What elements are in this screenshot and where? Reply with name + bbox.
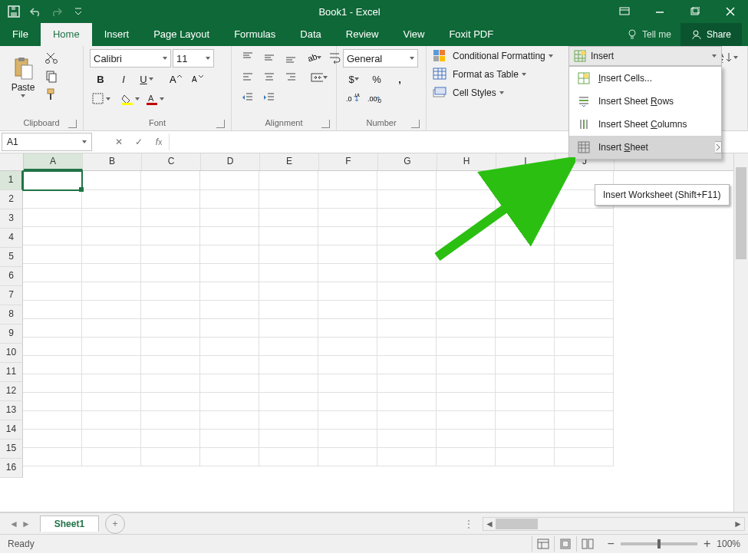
cell[interactable] xyxy=(200,171,259,190)
cell[interactable] xyxy=(377,355,437,374)
cell[interactable] xyxy=(141,410,200,430)
cell[interactable] xyxy=(82,374,141,393)
cell[interactable] xyxy=(23,429,82,448)
cell[interactable] xyxy=(555,226,614,245)
cell[interactable] xyxy=(377,282,437,301)
cell[interactable] xyxy=(23,263,82,282)
font-launcher-icon[interactable] xyxy=(216,120,225,128)
cell[interactable] xyxy=(496,263,555,282)
cell[interactable] xyxy=(259,282,318,301)
cell[interactable] xyxy=(259,245,318,264)
cell[interactable] xyxy=(23,447,82,466)
cell[interactable] xyxy=(259,208,318,227)
column-header[interactable]: E xyxy=(260,153,319,170)
cell[interactable] xyxy=(23,318,82,338)
menu-insert-sheet[interactable]: Insert Sheet xyxy=(569,136,721,159)
cell[interactable] xyxy=(377,392,437,411)
cut-button[interactable] xyxy=(41,49,61,66)
menu-expand-icon[interactable] xyxy=(715,141,722,153)
cell[interactable] xyxy=(318,189,377,209)
cell[interactable] xyxy=(496,189,555,209)
cell[interactable] xyxy=(82,429,141,448)
cell[interactable] xyxy=(496,392,555,411)
cell[interactable] xyxy=(141,263,200,282)
align-top-button[interactable] xyxy=(238,49,258,66)
zoom-in-button[interactable]: + xyxy=(704,537,710,551)
cell[interactable] xyxy=(141,429,200,448)
cell[interactable] xyxy=(437,171,496,190)
cell[interactable] xyxy=(200,189,259,209)
save-icon[interactable] xyxy=(6,4,21,19)
number-launcher-icon[interactable] xyxy=(411,120,420,128)
cell[interactable] xyxy=(377,447,437,466)
cell[interactable] xyxy=(437,263,496,282)
cell[interactable] xyxy=(377,245,437,264)
cancel-formula-icon[interactable]: ✕ xyxy=(109,132,129,152)
cell[interactable] xyxy=(555,429,614,448)
cell[interactable] xyxy=(23,245,82,264)
cell[interactable] xyxy=(555,355,614,374)
cell[interactable] xyxy=(259,189,318,209)
menu-insert-rows[interactable]: Insert Sheet Rows xyxy=(569,90,721,113)
cell[interactable] xyxy=(200,318,259,338)
cell[interactable] xyxy=(259,226,318,245)
row-header[interactable]: 14 xyxy=(0,420,23,440)
font-name-combo[interactable]: Calibri xyxy=(90,49,171,68)
cell[interactable] xyxy=(200,429,259,448)
cell[interactable] xyxy=(200,226,259,245)
cell[interactable] xyxy=(377,300,437,319)
tab-split-handle[interactable]: ⋮ xyxy=(464,519,475,529)
cell[interactable] xyxy=(318,429,377,448)
row-header[interactable]: 15 xyxy=(0,440,23,459)
cell[interactable] xyxy=(23,171,82,190)
cell[interactable] xyxy=(23,208,82,227)
cell[interactable] xyxy=(141,300,200,319)
cell[interactable] xyxy=(23,337,82,356)
cell[interactable] xyxy=(318,374,377,393)
decrease-indent-button[interactable] xyxy=(238,89,258,106)
insert-function-icon[interactable]: fx xyxy=(149,132,169,152)
cell[interactable] xyxy=(555,263,614,282)
cell[interactable] xyxy=(200,263,259,282)
row-header[interactable]: 4 xyxy=(0,229,23,248)
cell[interactable] xyxy=(259,429,318,448)
cell[interactable] xyxy=(82,300,141,319)
row-header[interactable]: 16 xyxy=(0,459,23,478)
borders-button[interactable] xyxy=(90,91,113,107)
menu-insert-cells[interactable]: Insert Cells... xyxy=(569,67,721,90)
tab-data[interactable]: Data xyxy=(288,23,333,46)
cell[interactable] xyxy=(23,410,82,430)
cell[interactable] xyxy=(259,318,318,338)
cell[interactable] xyxy=(377,263,437,282)
cell[interactable] xyxy=(318,318,377,338)
copy-button[interactable] xyxy=(41,68,61,84)
tab-review[interactable]: Review xyxy=(334,23,391,46)
tab-insert[interactable]: Insert xyxy=(92,23,142,46)
cell[interactable] xyxy=(200,337,259,356)
column-header[interactable]: A xyxy=(24,153,83,170)
tab-home[interactable]: Home xyxy=(41,23,92,46)
percent-button[interactable]: % xyxy=(366,71,387,87)
row-header[interactable]: 7 xyxy=(0,286,23,305)
cell[interactable] xyxy=(82,226,141,245)
cell[interactable] xyxy=(200,245,259,264)
cell[interactable] xyxy=(377,374,437,393)
row-header[interactable]: 8 xyxy=(0,305,23,324)
cell[interactable] xyxy=(437,189,496,209)
cell[interactable] xyxy=(437,337,496,356)
clipboard-launcher-icon[interactable] xyxy=(68,120,77,128)
column-header[interactable]: I xyxy=(496,153,555,170)
grow-font-button[interactable]: A xyxy=(165,71,185,87)
cell[interactable] xyxy=(23,300,82,319)
cell[interactable] xyxy=(437,374,496,393)
column-header[interactable]: F xyxy=(319,153,378,170)
cell[interactable] xyxy=(496,429,555,448)
row-header[interactable]: 2 xyxy=(0,190,23,209)
cell[interactable] xyxy=(200,392,259,411)
cell[interactable] xyxy=(141,282,200,301)
cell[interactable] xyxy=(23,282,82,301)
italic-button[interactable]: I xyxy=(113,71,134,87)
cell[interactable] xyxy=(200,355,259,374)
cell[interactable] xyxy=(259,300,318,319)
cell[interactable] xyxy=(496,337,555,356)
